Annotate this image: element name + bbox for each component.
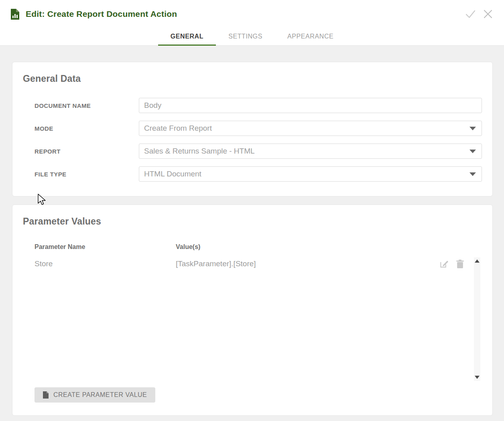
dialog-header: Edit: Create Report Document Action <box>0 0 504 28</box>
general-data-card: General Data DOCUMENT NAME MODE Create F… <box>12 62 493 196</box>
create-parameter-value-label: CREATE PARAMETER VALUE <box>53 391 147 399</box>
form-row-report: REPORT Sales & Returns Sample - HTML <box>35 144 482 159</box>
parameter-name-cell: Store <box>35 259 176 268</box>
report-label: REPORT <box>35 148 139 155</box>
parameter-table: Parameter Name Value(s) Store [TaskParam… <box>35 242 482 381</box>
tab-appearance[interactable]: APPEARANCE <box>275 28 346 46</box>
table-row: Store [TaskParameter].[Store] <box>35 257 464 270</box>
general-data-title: General Data <box>23 73 482 84</box>
form-row-mode: MODE Create From Report <box>35 121 482 136</box>
document-name-input[interactable] <box>139 98 482 113</box>
column-parameter-name: Parameter Name <box>35 243 176 251</box>
tab-settings[interactable]: SETTINGS <box>216 28 275 46</box>
mode-label: MODE <box>35 125 139 132</box>
vertical-scrollbar[interactable] <box>474 257 480 381</box>
file-type-selected-value: HTML Document <box>144 170 201 178</box>
mode-select[interactable]: Create From Report <box>139 121 482 136</box>
confirm-check-icon[interactable] <box>465 8 476 20</box>
chevron-down-icon <box>469 172 476 176</box>
edit-icon[interactable] <box>439 259 449 269</box>
tab-general[interactable]: GENERAL <box>158 28 216 46</box>
parameter-list: Store [TaskParameter].[Store] <box>35 257 482 381</box>
report-select[interactable]: Sales & Returns Sample - HTML <box>139 144 482 159</box>
scroll-down-arrow-icon[interactable] <box>475 376 480 379</box>
document-name-label: DOCUMENT NAME <box>35 102 139 109</box>
trash-icon[interactable] <box>456 259 464 269</box>
close-icon[interactable] <box>482 8 494 20</box>
parameter-table-header: Parameter Name Value(s) <box>35 242 482 252</box>
column-values: Value(s) <box>176 243 482 251</box>
parameter-values-title: Parameter Values <box>23 216 482 227</box>
parameter-values-card: Parameter Values Parameter Name Value(s)… <box>12 204 493 416</box>
form-row-document-name: DOCUMENT NAME <box>35 98 482 113</box>
parameter-value-cell: [TaskParameter].[Store] <box>176 259 434 268</box>
form-row-file-type: FILE TYPE HTML Document <box>35 166 482 182</box>
scroll-up-arrow-icon[interactable] <box>475 259 480 263</box>
document-icon <box>43 391 49 399</box>
general-data-form: DOCUMENT NAME MODE Create From Report RE… <box>35 98 482 182</box>
file-type-select[interactable]: HTML Document <box>139 166 482 182</box>
mode-selected-value: Create From Report <box>144 124 212 133</box>
report-selected-value: Sales & Returns Sample - HTML <box>144 147 255 156</box>
create-parameter-value-button[interactable]: CREATE PARAMETER VALUE <box>35 387 155 403</box>
tab-bar: GENERAL SETTINGS APPEARANCE <box>0 28 504 46</box>
report-document-icon <box>10 9 20 20</box>
file-type-label: FILE TYPE <box>35 171 139 178</box>
dialog-title: Edit: Create Report Document Action <box>26 9 177 19</box>
chevron-down-icon <box>469 150 476 153</box>
chevron-down-icon <box>469 127 476 130</box>
